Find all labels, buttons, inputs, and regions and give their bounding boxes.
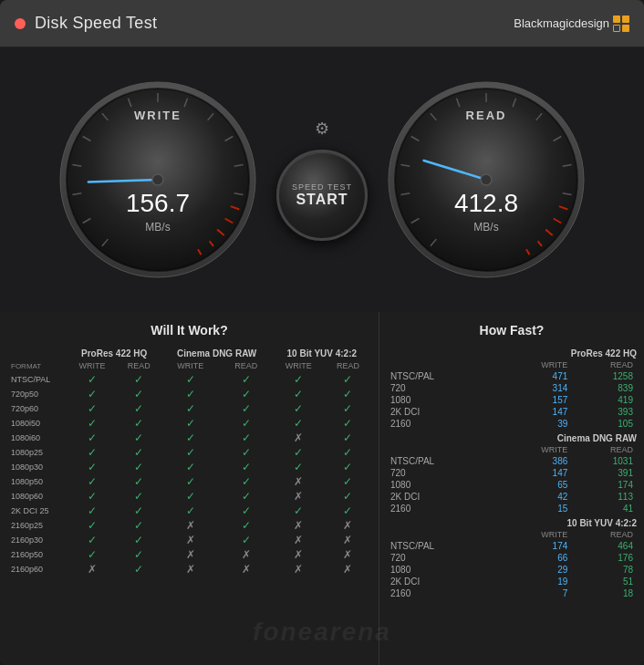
speed-row-label: 720 [387, 467, 498, 479]
table-row: 2160p30✓✓✗✓✗✗ [7, 533, 371, 547]
check-cell: ✓ [117, 401, 161, 416]
speed-row-label: 2160 [387, 418, 498, 430]
check-cell: ✓ [68, 416, 117, 431]
check-icon: ✓ [88, 417, 97, 430]
speed-row-label: 720 [387, 552, 498, 564]
format-cell: 1080p30 [7, 460, 68, 474]
check-cell: ✓ [117, 518, 161, 533]
gauge-section: WRITE 156.7 MB/s ⚙ SPEED TEST START [0, 47, 644, 312]
dng-header: Cinema DNG RAW [161, 345, 273, 359]
write-speed-value: 386 [498, 455, 571, 467]
read-speed-value: 51 [571, 576, 637, 587]
read-gauge-label: READ [466, 109, 507, 122]
sub-header-row: WRITEREAD [387, 444, 637, 455]
check-cell: ✓ [68, 387, 117, 401]
table-row: 720p50✓✓✓✓✓✓ [7, 387, 371, 401]
format-cell: 2K DCI 25 [7, 504, 68, 518]
check-icon: ✓ [134, 475, 143, 488]
check-cell: ✓ [273, 504, 325, 518]
cross-icon: ✗ [343, 534, 352, 546]
check-icon: ✓ [186, 388, 195, 400]
cross-icon: ✗ [343, 563, 352, 576]
how-fast-panel: How Fast? ProRes 422 HQWRITEREADNTSC/PAL… [379, 312, 644, 665]
speed-row-label: 2K DCI [387, 576, 498, 587]
check-cell: ✗ [273, 489, 325, 504]
brand-sq-2 [622, 16, 629, 23]
check-icon: ✓ [242, 519, 251, 532]
cross-icon: ✗ [294, 490, 303, 503]
check-cell: ✓ [220, 445, 273, 460]
check-icon: ✓ [88, 461, 97, 473]
format-cell: 1080i50 [7, 416, 68, 431]
brand-icon [613, 16, 629, 32]
brand-name: Blackmagicdesign [514, 16, 609, 30]
check-icon: ✓ [88, 519, 97, 532]
list-item: 72066176 [387, 552, 637, 564]
start-button[interactable]: SPEED TEST START [276, 150, 368, 241]
check-icon: ✓ [242, 417, 251, 430]
title-bar: Disk Speed Test Blackmagicdesign [0, 0, 644, 47]
data-section: Will It Work? ProRes 422 HQ Cinema DNG R… [0, 312, 644, 665]
check-cell: ✓ [220, 533, 273, 547]
cross-icon: ✗ [343, 519, 352, 532]
check-cell: ✓ [161, 460, 220, 474]
read-speed-value: 176 [571, 552, 637, 564]
speed-test-label: SPEED TEST [292, 182, 352, 192]
check-icon: ✓ [88, 388, 97, 400]
check-icon: ✓ [242, 461, 251, 473]
format-cell: 2160p30 [7, 533, 68, 547]
check-icon: ✓ [343, 402, 352, 415]
format-cell: 2160p25 [7, 518, 68, 533]
list-item: 1080157419 [387, 394, 637, 406]
check-icon: ✓ [134, 388, 143, 400]
check-cell: ✓ [161, 401, 220, 416]
check-icon: ✓ [134, 519, 143, 532]
yuv-header: 10 Bit YUV 4:2:2 [273, 345, 371, 359]
sub-header-cell: READ [571, 444, 637, 455]
check-icon: ✓ [88, 475, 97, 488]
check-cell: ✓ [325, 416, 371, 431]
format-cell: 1080p25 [7, 445, 68, 460]
check-cell: ✓ [161, 416, 220, 431]
list-item: NTSC/PAL4711258 [387, 370, 637, 382]
check-cell: ✗ [325, 562, 371, 577]
check-cell: ✗ [161, 562, 220, 577]
brand-sq-4 [622, 25, 629, 32]
check-cell: ✓ [117, 431, 161, 445]
write-speed-value: 29 [498, 564, 571, 576]
check-cell: ✓ [273, 416, 325, 431]
check-icon: ✓ [242, 431, 251, 444]
list-item: 21601541 [387, 503, 637, 514]
list-item: NTSC/PAL3861031 [387, 455, 637, 467]
list-item: 720314839 [387, 382, 637, 394]
settings-icon[interactable]: ⚙ [315, 119, 329, 139]
check-cell: ✓ [220, 372, 273, 387]
check-cell: ✓ [161, 445, 220, 460]
cross-icon: ✗ [242, 563, 251, 576]
check-cell: ✓ [161, 474, 220, 489]
check-cell: ✓ [117, 547, 161, 562]
check-cell: ✓ [325, 401, 371, 416]
check-icon: ✓ [134, 461, 143, 473]
check-cell: ✓ [325, 387, 371, 401]
write-gauge-label: WRITE [134, 109, 182, 122]
check-icon: ✓ [134, 446, 143, 459]
cross-icon: ✗ [294, 431, 303, 444]
check-icon: ✓ [343, 461, 352, 473]
check-cell: ✗ [273, 431, 325, 445]
check-cell: ✗ [161, 533, 220, 547]
check-cell: ✓ [68, 518, 117, 533]
check-cell: ✓ [273, 460, 325, 474]
cross-icon: ✗ [186, 534, 195, 546]
check-cell: ✓ [220, 474, 273, 489]
read-speed-value: 105 [571, 418, 637, 430]
close-button[interactable] [15, 18, 26, 29]
read-speed-value: 174 [571, 479, 637, 491]
check-icon: ✓ [186, 402, 195, 415]
check-cell: ✓ [117, 460, 161, 474]
read-speed-value: 1258 [571, 370, 637, 382]
check-cell: ✓ [325, 431, 371, 445]
table-row: 2160p50✓✓✗✗✗✗ [7, 547, 371, 562]
write-speed-value: 157 [498, 394, 571, 406]
check-icon: ✓ [343, 431, 352, 444]
